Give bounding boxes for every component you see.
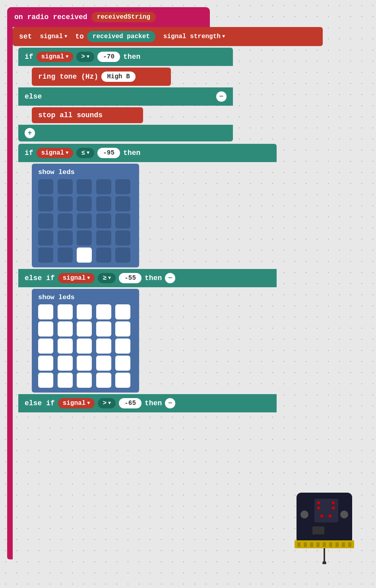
- led-3-5[interactable]: [115, 213, 130, 228]
- led-2-1[interactable]: [38, 196, 53, 211]
- ring-tone-block[interactable]: ring tone (Hz) High B: [32, 68, 171, 86]
- signal-strength-dropdown[interactable]: signal strength ▼: [159, 31, 230, 42]
- led2-5-1[interactable]: [38, 373, 53, 388]
- led-1-3[interactable]: [77, 179, 92, 194]
- led2-5-5[interactable]: [115, 373, 130, 388]
- led-5-1[interactable]: [38, 248, 53, 263]
- signal-dropdown-4[interactable]: signal ▼: [58, 398, 95, 408]
- set-label: set: [19, 33, 32, 41]
- else-if-label-2: else if: [25, 399, 55, 407]
- led2-5-4[interactable]: [96, 373, 111, 388]
- led-1-4[interactable]: [96, 179, 111, 194]
- operator-dropdown-3[interactable]: ≥ ▼: [98, 273, 116, 283]
- signal-strength-arrow: ▼: [222, 34, 225, 39]
- led2-1-1[interactable]: [38, 304, 53, 319]
- collapse-button-3[interactable]: −: [165, 398, 175, 408]
- on-radio-block[interactable]: on radio received receivedString: [7, 7, 210, 27]
- operator-dropdown-1[interactable]: > ▼: [76, 52, 94, 62]
- led-3-4[interactable]: [96, 213, 111, 228]
- signal-variable-dropdown[interactable]: signal ▼: [35, 31, 72, 42]
- led-1-5[interactable]: [115, 179, 130, 194]
- button-a[interactable]: [300, 511, 308, 518]
- button-b[interactable]: [340, 511, 348, 518]
- led-5-3[interactable]: [77, 248, 92, 263]
- led-4-2[interactable]: [58, 230, 73, 246]
- led2-2-3[interactable]: [77, 321, 92, 337]
- led-4-4[interactable]: [96, 230, 111, 246]
- signal-dropdown-2[interactable]: signal ▼: [37, 148, 74, 158]
- microbit-device: [293, 485, 356, 564]
- led2-4-3[interactable]: [77, 356, 92, 371]
- led2-5-3[interactable]: [77, 373, 92, 388]
- led2-1-2[interactable]: [58, 304, 73, 319]
- set-signal-block[interactable]: set signal ▼ to received packet signal s…: [13, 27, 323, 46]
- led2-4-2[interactable]: [58, 356, 73, 371]
- show-leds-block-2[interactable]: show leds: [32, 289, 139, 393]
- led2-1-4[interactable]: [96, 304, 111, 319]
- operator-dropdown-2[interactable]: ≤ ▼: [76, 148, 94, 158]
- received-packet-pill[interactable]: received packet: [87, 31, 155, 42]
- then-label-3: then: [145, 274, 162, 282]
- collapse-button-1[interactable]: −: [216, 91, 227, 102]
- led2-2-4[interactable]: [96, 321, 111, 337]
- led2-3-4[interactable]: [96, 338, 111, 354]
- add-button-1[interactable]: +: [25, 128, 35, 138]
- led2-3-2[interactable]: [58, 338, 73, 354]
- signal-dropdown-3[interactable]: signal ▼: [58, 273, 95, 283]
- then-label-4: then: [145, 399, 162, 407]
- led2-4-4[interactable]: [96, 356, 111, 371]
- led-4-3[interactable]: [77, 230, 92, 246]
- led-3-2[interactable]: [58, 213, 73, 228]
- led2-3-5[interactable]: [115, 338, 130, 354]
- led2-1-5[interactable]: [115, 304, 130, 319]
- led2-2-5[interactable]: [115, 321, 130, 337]
- led-1-1[interactable]: [38, 179, 53, 194]
- ring-tone-value[interactable]: High B: [101, 72, 136, 82]
- operator-dropdown-4[interactable]: > ▼: [98, 398, 116, 408]
- show-leds-container-2: show leds: [24, 289, 323, 393]
- led-2-4[interactable]: [96, 196, 111, 211]
- block-workspace: on radio received receivedString set sig…: [7, 7, 323, 559]
- led2-1-3[interactable]: [77, 304, 92, 319]
- value-1[interactable]: -70: [97, 52, 120, 62]
- show-leds-block-1[interactable]: show leds: [32, 164, 139, 267]
- led-1-2[interactable]: [58, 179, 73, 194]
- led-4-5[interactable]: [115, 230, 130, 246]
- led-2-3[interactable]: [77, 196, 92, 211]
- led2-2-2[interactable]: [58, 321, 73, 337]
- else-if-block-2[interactable]: else if signal ▼ > ▼ -65 then −: [18, 394, 277, 412]
- stop-all-sounds-block[interactable]: stop all sounds: [32, 107, 143, 123]
- led2-5-2[interactable]: [58, 373, 73, 388]
- received-string-pill[interactable]: receivedString: [91, 12, 156, 22]
- value-3[interactable]: -55: [119, 273, 141, 283]
- signal-dropdown-1[interactable]: signal ▼: [37, 52, 74, 62]
- signal-dropdown-arrow: ▼: [64, 34, 67, 39]
- led-3-3[interactable]: [77, 213, 92, 228]
- microbit-chip: [312, 526, 324, 534]
- if-block-2[interactable]: if signal ▼ ≤ ▼ -95 then: [18, 144, 277, 162]
- else-block-1[interactable]: else −: [18, 87, 233, 106]
- led-5-5[interactable]: [115, 248, 130, 263]
- led-4-1[interactable]: [38, 230, 53, 246]
- svg-rect-11: [317, 507, 320, 509]
- if-block-1[interactable]: if signal ▼ > ▼ -70 then: [18, 48, 233, 66]
- value-4[interactable]: -65: [119, 398, 141, 408]
- led2-3-1[interactable]: [38, 338, 53, 354]
- else-if-block-1[interactable]: else if signal ▼ ≥ ▼ -55 then −: [18, 269, 277, 287]
- led-5-2[interactable]: [58, 248, 73, 263]
- svg-rect-9: [317, 501, 320, 504]
- led-2-2[interactable]: [58, 196, 73, 211]
- led2-3-3[interactable]: [77, 338, 92, 354]
- svg-rect-2: [310, 542, 313, 547]
- led-2-5[interactable]: [115, 196, 130, 211]
- led2-4-1[interactable]: [38, 356, 53, 371]
- svg-rect-7: [342, 542, 345, 547]
- then-label-1: then: [123, 53, 140, 61]
- value-2[interactable]: -95: [97, 148, 120, 158]
- led-3-1[interactable]: [38, 213, 53, 228]
- led2-2-1[interactable]: [38, 321, 53, 337]
- led-5-4[interactable]: [96, 248, 111, 263]
- led2-4-5[interactable]: [115, 356, 130, 371]
- svg-rect-10: [332, 501, 335, 504]
- collapse-button-2[interactable]: −: [165, 273, 175, 283]
